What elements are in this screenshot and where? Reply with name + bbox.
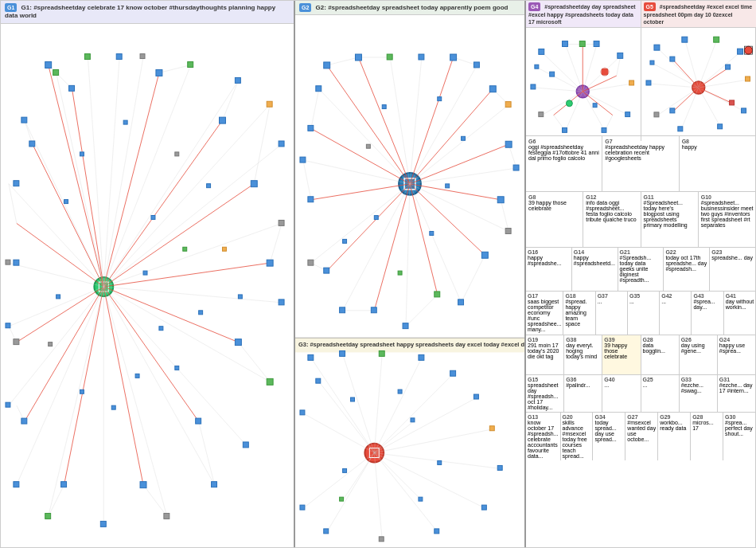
svg-line-16 (103, 57, 143, 287)
svg-rect-147 (505, 102, 511, 108)
cluster-g43: G43 #sprea... day... (692, 292, 723, 335)
row-3: G16 happy #spreadshe... G14 happy #sprea… (526, 248, 756, 292)
svg-rect-270 (653, 45, 659, 50)
cluster-g15: G15 spreadsheet day #spreadsh... oct 17 … (526, 375, 564, 412)
svg-rect-88 (151, 215, 155, 219)
svg-line-139 (311, 89, 319, 129)
svg-line-123 (406, 184, 410, 327)
cluster-g17: G17 saas biggest competitor economy #unc… (526, 292, 563, 335)
panel-g4-header: G4 #spreadsheetday day spreadsheet #exce… (526, 1, 641, 28)
svg-line-127 (319, 89, 410, 184)
panel-g1-content (1, 25, 294, 547)
svg-rect-243 (625, 112, 630, 117)
panel-g5: G5 #spreadsheetday #excel excel time spr… (641, 1, 757, 141)
svg-rect-95 (64, 200, 68, 204)
g10-id: G10 (701, 194, 754, 200)
svg-rect-146 (489, 86, 496, 92)
svg-line-18 (103, 80, 238, 287)
svg-rect-252 (550, 72, 555, 76)
cluster-g6: G6 oggi #spreadsheetday festeggia #17ott… (526, 136, 602, 191)
g8-g12-g11-g10-row: G8 39 happy those celebrate G12 info dat… (526, 192, 756, 248)
svg-rect-101 (143, 271, 147, 275)
svg-rect-207 (300, 410, 305, 415)
cluster-g18: G18 #spread. happy amazing team space (563, 292, 595, 335)
panel-g2-header: G2 G2: #spreadsheetday spreadsheet today… (295, 1, 524, 15)
svg-rect-141 (355, 54, 361, 61)
svg-line-181 (374, 397, 477, 453)
svg-rect-72 (61, 482, 67, 487)
g39-text: 39 happy those celebrate (604, 342, 638, 359)
svg-rect-64 (267, 378, 273, 385)
g5-network (641, 28, 757, 139)
svg-rect-61 (279, 141, 284, 147)
g26-text: day using #gene... (681, 342, 715, 354)
panel-g2-g3-content: G3: #spreadsheetday spreadsheet happy sp… (295, 25, 524, 547)
g34-text: today spread... day use spread... (594, 420, 623, 442)
svg-line-25 (103, 287, 214, 485)
svg-rect-55 (188, 62, 193, 68)
svg-rect-211 (340, 497, 344, 501)
svg-line-259 (698, 80, 748, 88)
svg-rect-208 (316, 378, 321, 383)
g4-g5-section: G4 #spreadsheetday day spreadsheet #exce… (526, 1, 756, 136)
svg-line-182 (374, 429, 493, 453)
svg-line-219 (583, 45, 597, 92)
g5-label: G5 (644, 2, 656, 11)
svg-line-125 (311, 184, 410, 263)
svg-line-106 (410, 57, 454, 184)
svg-line-225 (542, 92, 583, 115)
svg-rect-199 (473, 394, 478, 399)
svg-rect-273 (737, 49, 742, 54)
svg-rect-163 (316, 86, 321, 92)
svg-rect-98 (199, 311, 203, 315)
svg-line-227 (538, 68, 583, 92)
svg-line-263 (657, 88, 698, 115)
g3-nodes (300, 350, 502, 541)
svg-rect-73 (45, 513, 51, 519)
svg-rect-195 (340, 350, 345, 356)
svg-line-44 (49, 485, 64, 517)
svg-line-226 (534, 88, 583, 92)
svg-rect-52 (116, 54, 122, 60)
svg-line-41 (238, 342, 270, 382)
svg-line-110 (410, 184, 485, 255)
svg-line-108 (410, 144, 509, 184)
svg-rect-144 (450, 54, 457, 61)
g14-text: happy #spreadsheetd... (574, 255, 616, 266)
g21-text: #Spreadsh... today data geeks unite digi… (620, 255, 662, 283)
svg-line-0 (49, 65, 104, 287)
svg-line-257 (698, 40, 716, 88)
cluster-g7: G7 #spreadsheetday happy celebration rec… (602, 136, 679, 191)
svg-rect-155 (403, 323, 408, 329)
g4-network (526, 28, 641, 139)
svg-rect-152 (481, 252, 488, 258)
svg-rect-75 (21, 418, 27, 424)
svg-rect-245 (563, 128, 567, 133)
svg-line-120 (410, 168, 516, 184)
g42-text: ... (661, 299, 689, 304)
svg-rect-142 (387, 54, 392, 60)
main-container: G1 G1: #spreadsheetday celebrate 17 know… (0, 0, 756, 548)
svg-line-184 (374, 453, 485, 509)
svg-line-258 (698, 52, 740, 88)
cluster-g8: G8 39 happy those celebrate (526, 192, 583, 247)
svg-rect-79 (6, 402, 10, 407)
svg-rect-206 (300, 505, 305, 510)
svg-line-229 (583, 76, 617, 92)
svg-line-8 (103, 287, 143, 485)
svg-line-119 (410, 105, 509, 184)
g2-label: G2 (299, 3, 311, 12)
cluster-g27: G27 #msexcel wanted day use octobe... (625, 413, 658, 460)
svg-rect-68 (196, 418, 201, 424)
svg-rect-150 (497, 197, 504, 203)
svg-line-124 (343, 184, 410, 311)
svg-rect-149 (513, 165, 519, 170)
cluster-g30: G30 #sprea... perfect day shout... (723, 413, 756, 460)
svg-rect-248 (535, 65, 539, 69)
g15-text: spreadsheet day #spreadsh... oct 17 #hol… (528, 382, 562, 410)
svg-line-1 (72, 88, 104, 287)
g13-text: know october 17 #spreadsh... celebrate a… (528, 420, 559, 459)
svg-rect-253 (593, 104, 597, 108)
g6-text: oggi #spreadsheetday festeggia #17ottobr… (528, 144, 599, 161)
g2-header-text: G2: #spreadsheetday spreadsheet today ap… (316, 4, 509, 11)
